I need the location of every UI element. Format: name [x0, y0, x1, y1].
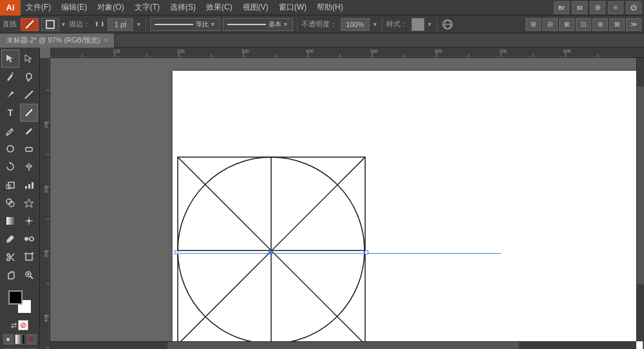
pen-draw-tool[interactable] — [1, 86, 19, 104]
pencil-tool[interactable] — [20, 122, 38, 140]
tools-grid: T — [0, 48, 39, 285]
align-icon4[interactable]: ⊡ — [576, 18, 591, 31]
svg-rect-16 — [28, 184, 30, 189]
stroke-icon-box[interactable] — [41, 18, 59, 31]
line-style1-select[interactable]: 等比 ▼ — [150, 18, 220, 31]
lasso-tool[interactable] — [20, 68, 38, 86]
direct-selection-tool[interactable] — [20, 50, 38, 68]
stroke-color-btn[interactable] — [21, 18, 39, 31]
handle-center[interactable] — [269, 250, 272, 254]
gradient-tool[interactable] — [1, 212, 19, 230]
svg-point-24 — [24, 237, 28, 241]
canvas-area[interactable]: 100 200 300 400 500 600 700 — [40, 48, 644, 349]
line-style2-select[interactable]: 基本 ▼ — [223, 18, 293, 31]
color-boxes — [8, 290, 32, 314]
paintbrush-tool[interactable] — [1, 122, 19, 140]
align-icon3[interactable]: ⊠ — [559, 18, 574, 31]
stock-icon-btn[interactable]: St — [572, 1, 587, 14]
chart-tool[interactable] — [20, 176, 38, 194]
menu-type[interactable]: 文字(T) — [129, 0, 165, 15]
none-color-box[interactable]: ⊘ — [18, 320, 28, 330]
svg-rect-40 — [50, 48, 644, 58]
stroke-label: 描边： — [69, 19, 90, 29]
foreground-color-box[interactable] — [8, 290, 23, 305]
menu-view[interactable]: 视图(V) — [238, 0, 274, 15]
svg-text:400: 400 — [44, 314, 48, 322]
svg-text:600: 600 — [435, 49, 442, 53]
divider4 — [437, 18, 437, 31]
magic-wand-tool[interactable] — [1, 68, 19, 86]
type-tool[interactable]: T — [1, 104, 19, 122]
menu-select[interactable]: 选择(S) — [165, 0, 201, 15]
svg-point-6 — [7, 146, 14, 152]
zoom-tool-btn[interactable] — [20, 266, 38, 284]
svg-marker-12 — [30, 164, 32, 168]
menu-help[interactable]: 帮助(H) — [312, 0, 348, 15]
anchor-point-tool[interactable] — [20, 86, 38, 104]
tab-bar: 未标题-2* @ 97% (RGB/预览) × — [0, 33, 644, 48]
scrollbar-horizontal[interactable] — [50, 341, 636, 349]
align-icon2[interactable]: ⊟ — [542, 18, 558, 31]
stroke-width-input[interactable]: 1 pt — [108, 18, 133, 31]
tool-label: 直线 — [3, 19, 17, 29]
divider3 — [382, 18, 383, 31]
fill-color-icon[interactable]: ■ — [3, 334, 14, 344]
menu-window[interactable]: 窗口(W) — [274, 0, 312, 15]
svg-rect-67 — [40, 58, 50, 349]
tab-title: 未标题-2* @ 97% (RGB/预览) — [6, 35, 100, 45]
globe-icon[interactable] — [441, 18, 454, 31]
handle-right[interactable] — [365, 250, 368, 254]
ruler-top: 100 200 300 400 500 600 700 — [50, 48, 644, 58]
document-tab[interactable]: 未标题-2* @ 97% (RGB/预览) × — [0, 33, 115, 48]
artboard-tool[interactable] — [20, 248, 38, 266]
color-section: ⇄ ⊘ ■ ✕ □ ▣ ■ — [0, 285, 39, 349]
mesh-tool[interactable] — [20, 212, 38, 230]
menu-bar: Ai 文件(F) 编辑(E) 对象(O) 文字(T) 选择(S) 效果(C) 视… — [0, 0, 644, 15]
menu-edit[interactable]: 编辑(E) — [56, 0, 92, 15]
scissors-tool[interactable] — [1, 248, 19, 266]
align-icon5[interactable]: ⊞ — [592, 18, 608, 31]
opacity-input[interactable]: 100% — [341, 18, 370, 31]
blob-brush-tool[interactable] — [1, 140, 19, 158]
eraser-tool[interactable] — [20, 140, 38, 158]
none-swatch-icon[interactable]: ✕ — [26, 334, 37, 344]
svg-text:300: 300 — [44, 250, 48, 258]
left-panel: T — [0, 48, 40, 349]
gradient-swatch-icon[interactable] — [15, 334, 25, 344]
eyedropper-tool[interactable] — [1, 230, 19, 248]
divider1 — [146, 18, 146, 31]
align-icon6[interactable]: ⊠ — [609, 18, 625, 31]
handle-left[interactable] — [175, 250, 178, 254]
selection-tool[interactable] — [1, 50, 19, 68]
svg-line-5 — [26, 109, 32, 116]
line-segment-tool[interactable] — [20, 104, 38, 122]
svg-text:100: 100 — [113, 49, 120, 53]
menu-file[interactable]: 文件(F) — [21, 0, 56, 15]
panels-icon[interactable]: ≫ — [626, 18, 641, 31]
hand-tool[interactable] — [1, 266, 19, 284]
blend-tool[interactable] — [20, 230, 38, 248]
reflect-tool[interactable] — [20, 158, 38, 176]
power-icon-btn[interactable]: ⏻ — [626, 1, 641, 14]
tab-close-btn[interactable]: × — [104, 37, 108, 44]
arrange-icon-btn[interactable]: ≡ — [608, 1, 623, 14]
bridge-icon-btn[interactable]: Br — [554, 1, 569, 14]
scrollbar-vertical[interactable] — [636, 58, 644, 341]
svg-rect-8 — [26, 147, 32, 151]
live-paint-tool[interactable] — [20, 194, 38, 212]
svg-text:200: 200 — [177, 49, 185, 53]
shape-builder-tool[interactable] — [1, 194, 19, 212]
svg-text:200: 200 — [44, 185, 48, 193]
layout-icon-btn[interactable]: ⊞ — [590, 1, 605, 14]
align-icon1[interactable]: ⊞ — [526, 18, 541, 31]
swap-colors-icon[interactable]: ⇄ — [11, 321, 17, 330]
menu-right-icons: Br St ⊞ ≡ ⏻ — [554, 1, 644, 14]
style-box[interactable] — [412, 18, 424, 31]
style-label: 样式： — [386, 19, 408, 29]
rotate-tool[interactable] — [1, 158, 19, 176]
svg-rect-31 — [26, 254, 32, 260]
svg-marker-11 — [26, 164, 28, 168]
menu-effect[interactable]: 效果(C) — [201, 0, 238, 15]
scale-tool[interactable] — [1, 176, 19, 194]
menu-object[interactable]: 对象(O) — [92, 0, 129, 15]
